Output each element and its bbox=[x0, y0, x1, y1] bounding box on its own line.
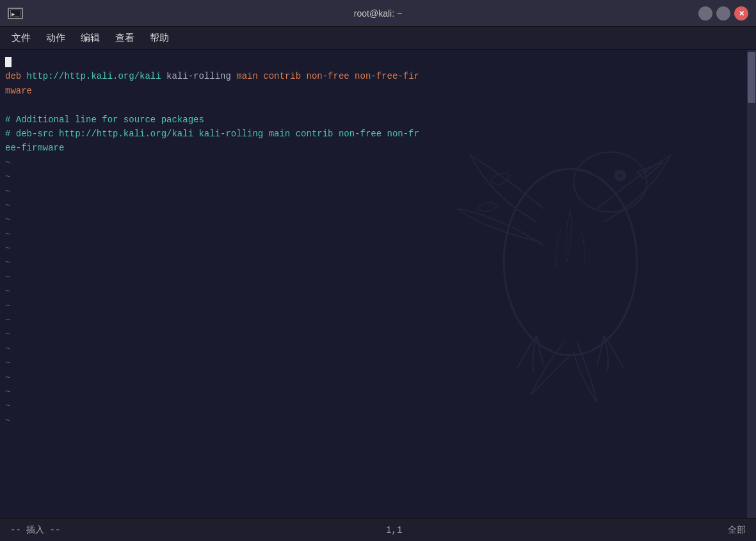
cursor bbox=[5, 57, 12, 67]
editor-line-tilde-19: ~ bbox=[5, 414, 747, 428]
editor-line-tilde-2: ~ bbox=[5, 170, 747, 184]
editor-line-tilde-8: ~ bbox=[5, 255, 747, 270]
editor-line-blank bbox=[5, 98, 747, 112]
statusbar: -- 插入 -- 1,1 全部 bbox=[0, 518, 756, 541]
editor-line-tilde-17: ~ bbox=[5, 385, 747, 399]
editor-line-cursor bbox=[5, 55, 747, 69]
editor-line-tilde-3: ~ bbox=[5, 184, 747, 198]
editor-line-1b: mware bbox=[5, 84, 747, 98]
editor-line-comment2: # deb-src http://http.kali.org/kali kali… bbox=[5, 127, 747, 141]
editor-line-tilde-15: ~ bbox=[5, 356, 747, 370]
menubar: 文件 动作 编辑 查看 帮助 bbox=[0, 27, 756, 50]
editor-content[interactable]: deb http://http.kali.org/kali kali-rolli… bbox=[0, 50, 747, 518]
editor-line-tilde-6: ~ bbox=[5, 227, 747, 241]
menu-view[interactable]: 查看 bbox=[109, 29, 141, 47]
editor-line-tilde-4: ~ bbox=[5, 198, 747, 213]
scrollbar-thumb[interactable] bbox=[748, 52, 755, 103]
deb-components: main contrib non-free non-free-fir bbox=[236, 71, 419, 81]
menu-action[interactable]: 动作 bbox=[40, 29, 72, 47]
deb-suite: kali-rolling bbox=[161, 71, 237, 81]
titlebar: ▶_ root@kali: ~ ✕ bbox=[0, 0, 756, 27]
minimize-button[interactable] bbox=[698, 6, 712, 20]
menu-help[interactable]: 帮助 bbox=[143, 29, 175, 47]
svg-text:▶_: ▶_ bbox=[12, 11, 19, 17]
deb-keyword: deb bbox=[5, 71, 27, 81]
editor-line-tilde-14: ~ bbox=[5, 342, 747, 356]
editor-line-1: deb http://http.kali.org/kali kali-rolli… bbox=[5, 69, 747, 83]
maximize-button[interactable] bbox=[716, 6, 730, 20]
editor-line-tilde-12: ~ bbox=[5, 313, 747, 327]
editor-line-tilde-11: ~ bbox=[5, 299, 747, 313]
editor-line-tilde-9: ~ bbox=[5, 270, 747, 284]
menu-file[interactable]: 文件 bbox=[5, 29, 37, 47]
terminal-icon: ▶_ bbox=[8, 8, 23, 19]
scrollbar[interactable] bbox=[747, 50, 756, 518]
editor-line-tilde-5: ~ bbox=[5, 213, 747, 227]
editor-container: deb http://http.kali.org/kali kali-rolli… bbox=[0, 50, 756, 518]
editor-line-tilde-10: ~ bbox=[5, 284, 747, 298]
editor-line-tilde-1: ~ bbox=[5, 156, 747, 170]
editor-line-comment2b: ee-firmware bbox=[5, 141, 747, 155]
window-title: root@kali: ~ bbox=[354, 8, 402, 19]
menu-edit[interactable]: 编辑 bbox=[74, 29, 106, 47]
editor-line-tilde-7: ~ bbox=[5, 241, 747, 255]
titlebar-left: ▶_ bbox=[8, 8, 23, 19]
editor-line-tilde-13: ~ bbox=[5, 327, 747, 341]
scroll-percent: 全部 bbox=[728, 524, 746, 536]
deb-url: http://http.kali.org/kali bbox=[27, 71, 161, 81]
window-controls: ✕ bbox=[698, 6, 748, 20]
vim-mode: -- 插入 -- bbox=[10, 524, 60, 536]
editor-line-tilde-16: ~ bbox=[5, 371, 747, 385]
close-button[interactable]: ✕ bbox=[734, 6, 748, 20]
editor-line-comment1: # Additional line for source packages bbox=[5, 113, 747, 127]
editor-line-tilde-18: ~ bbox=[5, 399, 747, 413]
cursor-position: 1,1 bbox=[386, 525, 402, 535]
